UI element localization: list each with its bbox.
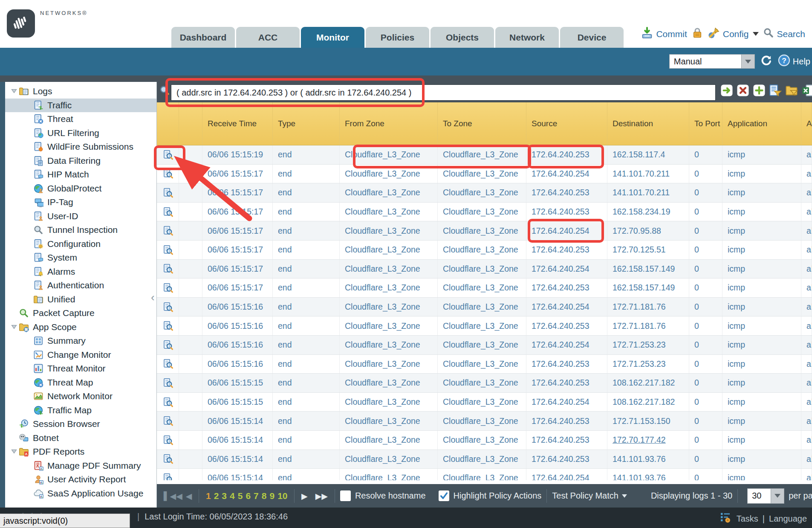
sidebar-item-traffic-map[interactable]: Traffic Map [5, 403, 156, 418]
refresh-interval-select[interactable]: Manual [669, 54, 755, 69]
to-zone-cell[interactable]: Cloudflare_L3_Zone [438, 165, 526, 183]
source-link[interactable]: 172.64.240.254 [526, 221, 607, 240]
export-to-csv-icon[interactable] [801, 84, 812, 97]
sidebar-item-session-browser[interactable]: Session Browser [5, 417, 156, 431]
sidebar-item-unified[interactable]: Unified [5, 293, 156, 307]
last-page-button[interactable]: ▶▶ [315, 491, 328, 501]
from-zone-cell[interactable]: Cloudflare_L3_Zone [340, 221, 438, 240]
to-zone-cell[interactable]: Cloudflare_L3_Zone [438, 431, 526, 450]
table-row[interactable]: 06/06 15:15:14endCloudflare_L3_ZoneCloud… [157, 431, 812, 450]
lock-icon[interactable] [691, 27, 703, 41]
table-row[interactable]: 06/06 15:15:17endCloudflare_L3_ZoneCloud… [157, 221, 812, 241]
sidebar-item-app-scope[interactable]: App Scope [5, 320, 156, 334]
application-cell[interactable]: icmp [722, 183, 801, 202]
application-cell[interactable]: icmp [722, 393, 801, 412]
sidebar-item-configuration[interactable]: Configuration [5, 237, 156, 251]
application-cell[interactable]: icmp [722, 165, 801, 183]
source-link[interactable]: 172.64.240.253 [526, 203, 607, 221]
sidebar-item-threat-monitor[interactable]: Threat Monitor [5, 362, 156, 376]
highlight-policy-actions-checkbox[interactable] [439, 490, 449, 501]
table-row[interactable]: 06/06 15:15:14endCloudflare_L3_ZoneCloud… [157, 412, 812, 431]
sidebar-item-wildfire-submissions[interactable]: WildFire Submissions [5, 140, 156, 154]
table-row[interactable]: 06/06 15:15:16endCloudflare_L3_ZoneCloud… [157, 336, 812, 355]
tab-device[interactable]: Device [560, 27, 624, 48]
sidebar-item-system[interactable]: System [5, 251, 156, 265]
refresh-icon[interactable] [760, 54, 773, 69]
destination-link[interactable]: 172.71.253.23 [607, 355, 689, 374]
tree-expander-icon[interactable] [10, 323, 19, 331]
log-detail-icon[interactable] [157, 241, 179, 259]
page-number-6[interactable]: 6 [246, 491, 251, 501]
to-zone-cell[interactable]: Cloudflare_L3_Zone [438, 279, 526, 297]
to-zone-cell[interactable]: Cloudflare_L3_Zone [438, 336, 526, 354]
to-zone-cell[interactable]: Cloudflare_L3_Zone [438, 374, 526, 392]
source-link[interactable]: 172.64.240.253 [526, 374, 607, 392]
help-button[interactable]: ? Help [778, 54, 810, 69]
sidebar-item-user-id[interactable]: User-ID [5, 209, 156, 223]
destination-link[interactable]: 141.101.70.211 [607, 165, 689, 183]
to-zone-cell[interactable]: Cloudflare_L3_Zone [438, 145, 526, 164]
destination-link[interactable]: 141.101.93.76 [607, 469, 689, 480]
source-link[interactable]: 172.64.240.254 [526, 469, 607, 480]
to-zone-cell[interactable]: Cloudflare_L3_Zone [438, 355, 526, 374]
column-header-type[interactable]: Type [273, 102, 340, 145]
from-zone-cell[interactable]: Cloudflare_L3_Zone [340, 374, 438, 392]
source-link[interactable]: 172.64.240.253 [526, 145, 607, 164]
destination-link[interactable]: 162.158.157.149 [607, 260, 689, 279]
to-zone-cell[interactable]: Cloudflare_L3_Zone [438, 241, 526, 259]
to-zone-cell[interactable]: Cloudflare_L3_Zone [438, 260, 526, 279]
from-zone-cell[interactable]: Cloudflare_L3_Zone [340, 279, 438, 297]
to-zone-cell[interactable]: Cloudflare_L3_Zone [438, 221, 526, 240]
page-number-7[interactable]: 7 [254, 491, 259, 501]
table-row[interactable]: 06/06 15:15:17endCloudflare_L3_ZoneCloud… [157, 203, 812, 222]
from-zone-cell[interactable]: Cloudflare_L3_Zone [340, 298, 438, 316]
from-zone-cell[interactable]: Cloudflare_L3_Zone [340, 316, 438, 335]
sidebar-item-user-activity-report[interactable]: User Activity Report [5, 473, 156, 487]
table-row[interactable]: 06/06 15:15:17endCloudflare_L3_ZoneCloud… [157, 279, 812, 298]
destination-link[interactable]: 172.70.125.51 [607, 241, 689, 259]
log-detail-icon[interactable] [157, 221, 179, 240]
table-row[interactable]: 06/06 15:15:15endCloudflare_L3_ZoneCloud… [157, 393, 812, 412]
column-header-action[interactable]: Action [801, 102, 812, 145]
sidebar-item-tunnel-inspection[interactable]: Tunnel Inspection [5, 223, 156, 237]
column-header-application[interactable]: Application [722, 102, 801, 145]
tab-monitor[interactable]: Monitor [301, 27, 364, 48]
to-zone-cell[interactable]: Cloudflare_L3_Zone [438, 298, 526, 316]
sidebar-item-alarms[interactable]: Alarms [5, 265, 156, 279]
application-cell[interactable]: icmp [722, 336, 801, 354]
application-cell[interactable]: icmp [722, 260, 801, 279]
page-number-5[interactable]: 5 [238, 491, 243, 501]
sidebar-item-pdf-reports[interactable]: PDF Reports [5, 445, 156, 459]
table-row[interactable]: 06/06 15:15:16endCloudflare_L3_ZoneCloud… [157, 355, 812, 374]
source-link[interactable]: 172.64.240.254 [526, 336, 607, 354]
sidebar-item-manage-pdf-summary[interactable]: Manage PDF Summary [5, 459, 156, 473]
source-link[interactable]: 172.64.240.253 [526, 355, 607, 374]
application-cell[interactable]: icmp [722, 221, 801, 240]
source-link[interactable]: 172.64.240.253 [526, 431, 607, 450]
sidebar-item-url-filtering[interactable]: URL Filtering [5, 126, 156, 140]
sidebar-item-change-monitor[interactable]: Change Monitor [5, 348, 156, 362]
log-detail-icon[interactable] [157, 469, 179, 480]
log-detail-icon[interactable] [157, 431, 179, 450]
application-cell[interactable]: icmp [722, 145, 801, 164]
log-detail-icon[interactable] [157, 355, 179, 374]
application-cell[interactable]: icmp [722, 412, 801, 430]
log-detail-icon[interactable] [157, 203, 179, 221]
to-zone-cell[interactable]: Cloudflare_L3_Zone [438, 203, 526, 221]
per-page-caret[interactable] [771, 488, 784, 504]
from-zone-cell[interactable]: Cloudflare_L3_Zone [340, 241, 438, 259]
log-detail-icon[interactable] [157, 165, 179, 183]
test-policy-match-button[interactable]: Test Policy Match [552, 491, 627, 501]
tab-network[interactable]: Network [495, 27, 559, 48]
application-cell[interactable]: icmp [722, 355, 801, 374]
destination-link[interactable]: 172.70.177.42 [607, 431, 689, 450]
destination-link[interactable]: 172.71.181.76 [607, 298, 689, 316]
application-cell[interactable]: icmp [722, 374, 801, 392]
to-zone-cell[interactable]: Cloudflare_L3_Zone [438, 393, 526, 412]
tree-expander-icon[interactable] [10, 87, 19, 96]
application-cell[interactable]: icmp [722, 469, 801, 480]
from-zone-cell[interactable]: Cloudflare_L3_Zone [340, 412, 438, 430]
sidebar-item-network-monitor[interactable]: Network Monitor [5, 389, 156, 403]
apply-filter-icon[interactable] [720, 84, 733, 97]
source-link[interactable]: 172.64.240.253 [526, 450, 607, 469]
